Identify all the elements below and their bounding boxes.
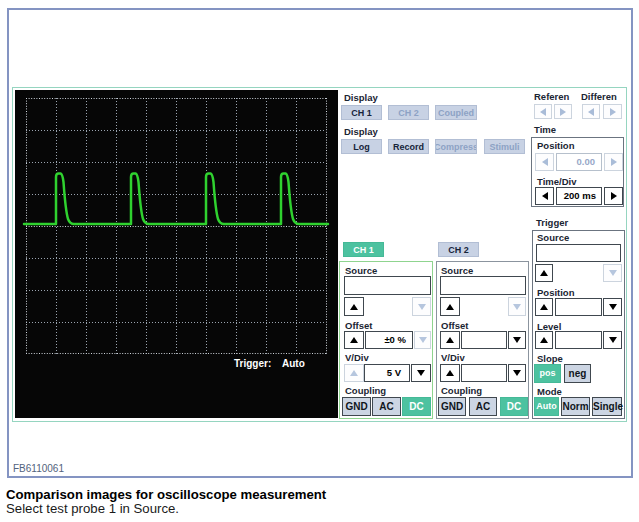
svg-text:Auto: Auto — [282, 358, 305, 369]
svg-text:Trigger:: Trigger: — [234, 358, 271, 369]
